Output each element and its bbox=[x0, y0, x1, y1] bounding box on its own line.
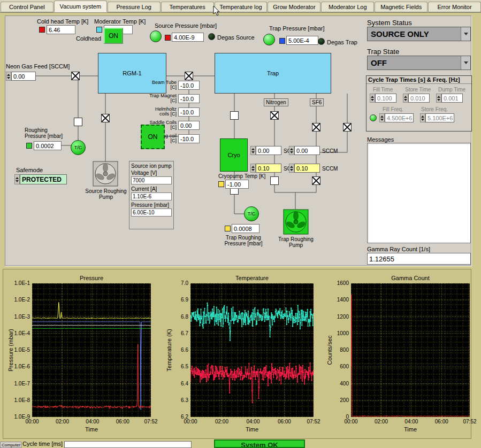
coldhead-on-button[interactable]: ON bbox=[104, 28, 123, 44]
spinner-arrows-icon[interactable] bbox=[403, 94, 408, 103]
x-tick-label: 00:00 bbox=[344, 419, 357, 424]
store-time-value[interactable]: 0.010 bbox=[408, 94, 430, 103]
rgm-trap-valve-icon[interactable] bbox=[185, 72, 193, 80]
store-time-input[interactable]: 0.010 bbox=[403, 94, 430, 103]
fill-freq-input[interactable]: 4.500E+6 bbox=[379, 113, 414, 122]
degas-source-led[interactable] bbox=[208, 33, 215, 40]
saddle-coil-on-button[interactable]: ON bbox=[141, 125, 165, 149]
roughing-pressure-swatch bbox=[26, 143, 32, 149]
y-tick-label: 6.8 bbox=[164, 314, 188, 320]
fill-time-value[interactable]: 0.100 bbox=[375, 94, 396, 103]
y-tick-label: 1200 bbox=[324, 314, 349, 320]
source-roughing-valve-icon[interactable] bbox=[101, 114, 110, 122]
messages-textarea[interactable] bbox=[367, 143, 471, 243]
n2-flow-setpoint[interactable]: 0.00 bbox=[250, 146, 281, 155]
tab-moderator-log[interactable]: Moderator Log bbox=[321, 2, 374, 12]
nitrogen-line-valve-icon[interactable] bbox=[270, 111, 279, 120]
spinner-arrows-icon[interactable] bbox=[420, 113, 425, 122]
spinner-arrows-icon[interactable] bbox=[14, 174, 20, 184]
tab-error-monitor[interactable]: Error Monitor bbox=[428, 2, 481, 12]
dropdown-arrow-icon[interactable] bbox=[461, 27, 470, 41]
store-freq-input[interactable]: 5.100E+6 bbox=[420, 113, 454, 122]
n2-flow-actual[interactable]: 0.10 bbox=[250, 164, 281, 173]
system-status-value: SOURCE ONLY bbox=[371, 29, 429, 38]
nitrogen-selector[interactable]: Nitrogen bbox=[264, 98, 288, 106]
sf6-bottom-valve-icon[interactable] bbox=[312, 176, 320, 185]
spinner-arrows-icon[interactable] bbox=[379, 113, 385, 122]
neon-line-valve-icon[interactable] bbox=[71, 72, 80, 80]
x-tick-label: 06:00 bbox=[116, 419, 129, 424]
gamma-count-chart: Gamma Count Counts/sec Time 160014001200… bbox=[323, 273, 473, 436]
trap-state-dropdown[interactable]: OFF bbox=[367, 56, 471, 70]
nitrogen-bottom-valve-icon[interactable] bbox=[270, 176, 279, 185]
dropdown-arrow-icon[interactable] bbox=[461, 56, 470, 69]
spinner-arrows-icon[interactable] bbox=[250, 146, 256, 155]
taskbar-item-computer[interactable]: Computer bbox=[0, 442, 21, 448]
y-tick-label: 200 bbox=[324, 397, 349, 403]
degas-trap-led[interactable] bbox=[318, 38, 325, 45]
trap-roughing-pressure-swatch bbox=[225, 226, 231, 231]
left-drop-valve-icon[interactable] bbox=[74, 118, 82, 126]
cycle-time-label: Cycle time [ms] bbox=[22, 441, 63, 447]
right-line-valve-icon[interactable] bbox=[343, 123, 352, 132]
dump-time-input[interactable]: 0.001 bbox=[436, 94, 463, 103]
fill-time-input[interactable]: 0.100 bbox=[370, 94, 396, 103]
dump-time-value[interactable]: 0.001 bbox=[441, 94, 463, 103]
vacuum-system-panel: Cold head Temp [K] 6.46 Moderator Temp [… bbox=[5, 16, 471, 266]
system-ok-button[interactable]: System OK bbox=[214, 439, 305, 448]
spinner-arrows-icon[interactable] bbox=[250, 164, 256, 173]
x-tick-label: 04:00 bbox=[404, 419, 418, 424]
beam-tube-value: -10.0 bbox=[178, 81, 200, 90]
store-freq-value[interactable]: 5.100E+6 bbox=[425, 113, 454, 122]
tab-magnetic-fields[interactable]: Magnetic Fields bbox=[375, 2, 427, 12]
trap-chamber: Trap bbox=[215, 53, 331, 94]
sf6-flow-setpoint-value[interactable]: 0.00 bbox=[294, 146, 320, 155]
cryo-line-valve-icon[interactable] bbox=[230, 111, 239, 120]
y-tick-label: 1.0E-6 bbox=[5, 364, 30, 369]
sf6-flow-setpoint[interactable]: 0.00 bbox=[289, 146, 320, 155]
sf6-line-valve-icon[interactable] bbox=[312, 123, 320, 132]
spinner-arrows-icon[interactable] bbox=[436, 94, 441, 103]
tab-temperature-log[interactable]: Temperature log bbox=[215, 2, 268, 12]
fill-freq-label: Fill Freq. bbox=[383, 106, 403, 112]
cycle-time-input[interactable] bbox=[64, 441, 192, 448]
safemode-control[interactable]: PROTECTED bbox=[14, 174, 67, 184]
trap-state-value: OFF bbox=[371, 58, 387, 67]
spinner-arrows-icon[interactable] bbox=[289, 146, 294, 155]
spinner-arrows-icon[interactable] bbox=[6, 72, 11, 81]
n2-flow-setpoint-value[interactable]: 0.00 bbox=[256, 146, 281, 155]
sf6-flow-actual-value[interactable]: 0.10 bbox=[294, 164, 320, 173]
cold-head-temp-value: 6.46 bbox=[47, 25, 75, 34]
sf6-flow-actual[interactable]: 0.10 bbox=[289, 164, 320, 173]
neon-feed-input[interactable]: 0.00 bbox=[6, 72, 36, 81]
fill-freq-value[interactable]: 4.500E+6 bbox=[385, 113, 414, 122]
safemode-value[interactable]: PROTECTED bbox=[20, 174, 67, 184]
sf6-selector[interactable]: SF6 bbox=[310, 98, 324, 106]
mouse-cursor-icon bbox=[213, 5, 220, 16]
tab-control-panel[interactable]: Control Panel bbox=[1, 2, 54, 12]
trap-magnet-value: -10.0 bbox=[178, 94, 200, 103]
source-tc-button[interactable]: T/C bbox=[71, 140, 86, 155]
store-time-label: Store Time bbox=[405, 87, 431, 92]
y-tick-label: 1000 bbox=[324, 330, 349, 336]
spinner-arrows-icon[interactable] bbox=[370, 94, 375, 103]
tab-vacuum-system[interactable]: Vacuum system bbox=[54, 1, 107, 12]
trap-roughing-pump-label: Trap Roughing Pump bbox=[273, 236, 319, 248]
system-status-dropdown[interactable]: SOURCE ONLY bbox=[367, 27, 471, 41]
x-tick-label: 02:00 bbox=[375, 419, 388, 424]
tab-grow-moderator[interactable]: Grow Moderator bbox=[268, 2, 320, 12]
y-tick-label: 6.7 bbox=[164, 330, 188, 336]
charts-panel: Pressure Pressure (mbar) Time 1.0E-11.0E… bbox=[3, 269, 471, 439]
trap-tc-button[interactable]: T/C bbox=[244, 206, 259, 221]
sccm-unit-label: SCCM bbox=[322, 148, 338, 154]
gamma-ray-count-value: 1.12655 bbox=[367, 253, 471, 265]
trap-state-label: Trap State bbox=[367, 48, 399, 56]
n2-flow-actual-value[interactable]: 0.10 bbox=[256, 164, 281, 173]
source-ion-pump-box: Source ion pump Voltage [V] 7000 Current… bbox=[129, 161, 174, 229]
y-tick-label: 800 bbox=[324, 347, 349, 353]
neon-feed-value[interactable]: 0.00 bbox=[11, 72, 36, 81]
spinner-arrows-icon[interactable] bbox=[289, 164, 294, 173]
tab-pressure-log[interactable]: Pressure Log bbox=[108, 2, 161, 12]
tab-temperatures[interactable]: Temperatures bbox=[161, 2, 214, 12]
trap-roughing-pressure-value: 0.0008 bbox=[232, 224, 259, 233]
